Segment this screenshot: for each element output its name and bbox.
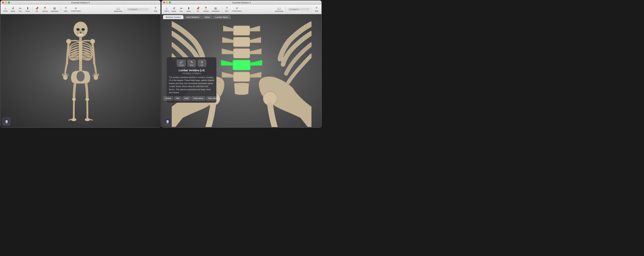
right-maximize-button[interactable] [169,2,171,4]
svg-point-12 [76,71,85,82]
fade-button[interactable]: Fade [182,96,190,100]
right-bookmarks-button[interactable]: 📖 Bookmarks [274,6,285,13]
svg-rect-8 [79,62,82,64]
right-control-menu-button[interactable]: ≡ Control Menu [230,6,243,12]
popup-sound-button[interactable]: 🔊 Sound [177,60,186,67]
right-pen-button[interactable]: ✏ Pen [178,6,185,13]
left-reset-button[interactable]: ↺ Reset [10,6,16,13]
left-window-title: Essential Skeleton 4 [72,2,90,4]
fade-others-button[interactable]: Fade others [191,96,205,100]
left-pen-button[interactable]: ✏ Pen [17,6,24,13]
share-icon: ⬆ [26,7,29,10]
hide-others-button[interactable]: Hide others [206,96,220,100]
pen-icon: ✏ [19,7,22,10]
svg-text:💀: 💀 [5,120,8,123]
right-viewport[interactable]: Skeleton System Axial Skeleton Spine Lum… [162,14,322,127]
left-addpin-button[interactable]: 📍 Add pin [41,6,49,13]
home-icon: ⌂ [4,7,6,10]
right-quiz-button[interactable]: ? Quiz [223,6,230,12]
left-search-box[interactable]: 🔍 [127,8,149,11]
right-bookmarks-icon: 📖 [277,7,281,10]
right-reset-button[interactable]: ↺ Reset [170,6,178,13]
help-icon: ? [155,7,156,10]
maximize-button[interactable] [8,2,10,4]
left-control-menu-button[interactable]: ≡ Control Menu [70,6,82,12]
right-minimize-button[interactable] [166,2,168,4]
breadcrumb-skeleton-system[interactable]: Skeleton System [163,15,184,19]
multiselect-icon: ⊞ [53,7,56,10]
addpin-icon: 📍 [43,7,47,10]
right-share-icon: ⬆ [188,7,190,10]
svg-rect-27 [233,60,250,70]
left-viewport[interactable]: 💀 3D4MEDICAL [0,14,160,127]
logo-icon: 💀 3D4MEDICAL [3,118,10,125]
right-toolbar: ⌂ Home ↺ Reset ✏ Pen ⬆ Share 📌 Pin 📍 Add… [162,4,322,14]
left-separator-3 [125,7,125,12]
popup-note-button[interactable]: ✎ Note [187,60,196,67]
isolate-button[interactable]: Isolate [164,96,173,100]
right-control-menu-icon: ≡ [236,7,238,10]
right-separator-1 [193,7,194,12]
left-multiselect-button[interactable]: ⊞ Multiselect [50,6,60,13]
right-addpin-icon: 📍 [204,7,208,10]
right-multiselect-button[interactable]: ⊞ Multiselect [210,6,221,13]
left-quiz-button[interactable]: ? Quiz [62,6,69,12]
right-traffic-lights [163,2,171,4]
right-reset-icon: ↺ [173,7,175,10]
svg-rect-10 [79,66,82,69]
right-help-button[interactable]: ? Help [313,6,320,12]
right-pin-button[interactable]: 📌 Pin [194,6,202,13]
right-window: Essential Skeleton 4 ⌂ Home ↺ Reset ✏ Pe… [161,0,322,128]
svg-rect-7 [79,60,82,62]
left-pin-button[interactable]: 📌 Pin [34,6,40,13]
skeleton-svg [55,19,106,122]
left-separator-1 [32,7,32,12]
left-titlebar: Essential Skeleton 4 [0,0,160,4]
sound-icon: 🔊 [180,60,183,64]
left-share-button[interactable]: ⬆ Share [24,6,31,13]
breadcrumb-spine[interactable]: Spine [202,15,212,19]
info-icon: ℹ [202,60,202,64]
left-help-button[interactable]: ? Help [152,6,159,12]
left-traffic-lights [2,2,10,4]
left-window: Essential Skeleton 4 ⌂ Home ↺ Reset ✏ Pe… [0,0,161,128]
breadcrumb-lumbar-spine[interactable]: Lumbar Spine [213,15,230,19]
svg-point-17 [71,118,76,121]
close-button[interactable] [2,2,4,4]
popup-info-button[interactable]: ℹ Info [198,60,206,67]
hide-button[interactable]: Hide [174,96,182,100]
quiz-icon: ? [65,7,66,10]
popup-subtitle: (Vertebrae lumbales) [169,72,214,74]
right-help-icon: ? [316,7,318,10]
breadcrumb-axial-skeleton[interactable]: Axial Skeleton [184,15,202,19]
svg-point-2 [76,28,80,31]
minimize-button[interactable] [5,2,7,4]
svg-rect-25 [233,37,250,47]
right-close-button[interactable] [163,2,165,4]
right-window-title: Essential Skeleton 4 [232,2,251,4]
svg-rect-26 [233,48,250,58]
popup-title: Lumbar Vertebra (L4) [169,69,214,72]
right-logo-badge: 💀 3D4MEDICAL [164,118,172,126]
reset-icon: ↺ [12,7,14,10]
left-skeleton-container [0,14,160,127]
pin-icon: 📌 [35,7,39,10]
svg-rect-6 [79,41,82,60]
bookmarks-icon: 📖 [116,7,120,10]
right-home-button[interactable]: ⌂ Home [163,6,170,12]
right-separator-4 [312,7,312,12]
right-search-input[interactable] [292,8,308,10]
svg-point-20 [86,98,89,101]
svg-point-19 [72,98,76,101]
right-addpin-button[interactable]: 📍 Add pin [202,6,210,13]
right-pen-icon: ✏ [180,7,182,10]
left-home-button[interactable]: ⌂ Home [2,6,9,12]
left-search-input[interactable] [131,8,147,10]
svg-text:💀: 💀 [166,120,169,123]
svg-point-18 [85,118,90,121]
popup-actions: 🔊 Sound ✎ Note ℹ Info [169,60,214,67]
left-bookmarks-button[interactable]: 📖 Bookmarks [113,6,124,13]
right-share-button[interactable]: ⬆ Share [185,6,192,13]
right-titlebar: Essential Skeleton 4 [162,0,322,4]
right-search-box[interactable]: 🔍 [288,8,310,11]
